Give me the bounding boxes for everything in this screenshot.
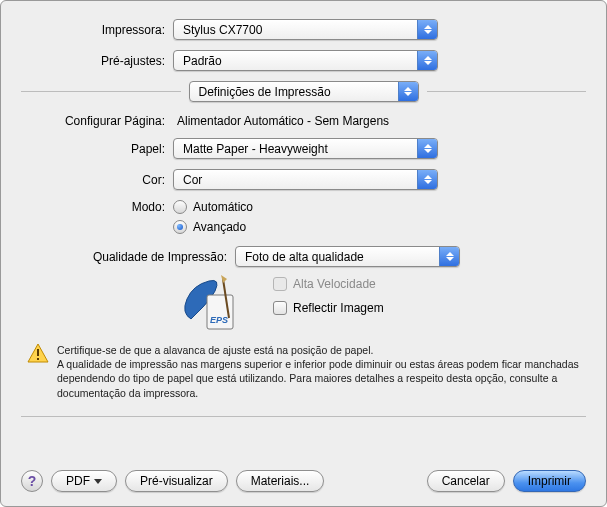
options-area: EPS Alta Velocidade Reflectir Imagem [21, 273, 586, 333]
svg-text:EPS: EPS [210, 315, 228, 325]
mode-advanced-text: Avançado [193, 220, 246, 234]
preview-button[interactable]: Pré-visualizar [125, 470, 228, 492]
paper-row: Papel: Matte Paper - Heavyweight [21, 138, 586, 159]
caret-down-icon [94, 479, 102, 484]
mode-auto-text: Automático [193, 200, 253, 214]
high-speed-label: Alta Velocidade [293, 277, 376, 291]
mirror-row: Reflectir Imagem [273, 301, 384, 315]
warning-line1: Certifique-se de que a alavanca de ajust… [57, 343, 580, 357]
color-select[interactable]: Cor [173, 169, 438, 190]
quality-row: Qualidade de Impressão: Foto de alta qua… [21, 246, 586, 267]
supplies-button[interactable]: Materiais... [236, 470, 325, 492]
printer-row: Impressora: Stylus CX7700 [21, 19, 586, 40]
print-label: Imprimir [528, 474, 571, 488]
mode-auto-radio[interactable] [173, 200, 187, 214]
printer-label: Impressora: [21, 23, 173, 37]
presets-row: Pré-ajustes: Padrão [21, 50, 586, 71]
high-speed-checkbox [273, 277, 287, 291]
mode-label: Modo: [21, 200, 173, 214]
help-button[interactable]: ? [21, 470, 43, 492]
mode-group: Modo: Automático Avançado [21, 200, 586, 234]
paper-select[interactable]: Matte Paper - Heavyweight [173, 138, 438, 159]
panel-select-value: Definições de Impressão [199, 85, 331, 99]
print-button[interactable]: Imprimir [513, 470, 586, 492]
quality-select[interactable]: Foto de alta qualidade [235, 246, 460, 267]
section-separator: Definições de Impressão [21, 81, 586, 102]
mirror-label: Reflectir Imagem [293, 301, 384, 315]
configure-page-row: Configurar Página: Alimentador Automátic… [21, 114, 586, 128]
supplies-label: Materiais... [251, 474, 310, 488]
mirror-checkbox[interactable] [273, 301, 287, 315]
cancel-label: Cancelar [442, 474, 490, 488]
color-label: Cor: [21, 173, 173, 187]
warning-icon [27, 343, 49, 363]
color-value: Cor [183, 173, 202, 187]
configure-page-label: Configurar Página: [21, 114, 173, 128]
printer-value: Stylus CX7700 [183, 23, 262, 37]
panel-select[interactable]: Definições de Impressão [189, 81, 419, 102]
option-checkboxes: Alta Velocidade Reflectir Imagem [273, 273, 384, 333]
epson-paper-icon: EPS [173, 273, 245, 333]
paper-label: Papel: [21, 142, 173, 156]
preview-label: Pré-visualizar [140, 474, 213, 488]
paper-value: Matte Paper - Heavyweight [183, 142, 328, 156]
quality-label: Qualidade de Impressão: [21, 250, 235, 264]
quality-value: Foto de alta qualidade [245, 250, 364, 264]
help-icon: ? [28, 473, 37, 489]
pdf-label: PDF [66, 474, 90, 488]
bottom-divider [21, 416, 586, 417]
color-row: Cor: Cor [21, 169, 586, 190]
svg-rect-3 [37, 349, 39, 356]
configure-page-value: Alimentador Automático - Sem Margens [173, 114, 389, 128]
high-speed-row: Alta Velocidade [273, 277, 384, 291]
cancel-button[interactable]: Cancelar [427, 470, 505, 492]
pdf-menu-button[interactable]: PDF [51, 470, 117, 492]
printer-select[interactable]: Stylus CX7700 [173, 19, 438, 40]
updown-arrows-icon [417, 20, 437, 39]
updown-arrows-icon [439, 247, 459, 266]
updown-arrows-icon [398, 82, 418, 101]
presets-label: Pré-ajustes: [21, 54, 173, 68]
button-bar: ? PDF Pré-visualizar Materiais... Cancel… [21, 470, 586, 492]
presets-select[interactable]: Padrão [173, 50, 438, 71]
warning-line2: A qualidade de impressão nas margens sup… [57, 357, 580, 400]
print-dialog: Impressora: Stylus CX7700 Pré-ajustes: P… [0, 0, 607, 507]
warning-block: Certifique-se de que a alavanca de ajust… [21, 341, 586, 400]
updown-arrows-icon [417, 170, 437, 189]
updown-arrows-icon [417, 139, 437, 158]
svg-rect-4 [37, 358, 39, 360]
mode-advanced-radio[interactable] [173, 220, 187, 234]
warning-text: Certifique-se de que a alavanca de ajust… [57, 343, 580, 400]
presets-value: Padrão [183, 54, 222, 68]
updown-arrows-icon [417, 51, 437, 70]
